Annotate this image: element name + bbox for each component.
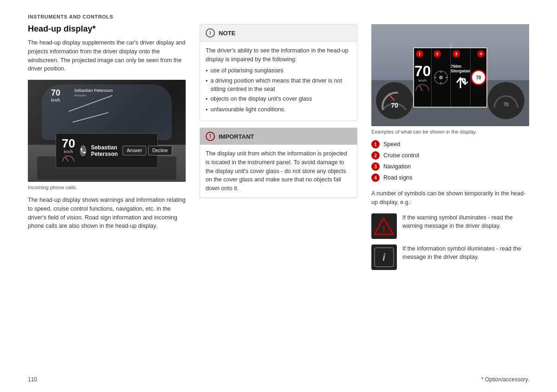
svg-line-2 [389, 94, 395, 101]
svg-text:70: 70 [503, 102, 509, 107]
hud-cruise-section: 2 [432, 48, 451, 107]
right-column: 70 70 1 70 km/h [371, 24, 529, 276]
important-icon: ! [206, 132, 215, 141]
list-item: unfavourable light conditions. [206, 106, 351, 115]
important-title: IMPORTANT [219, 133, 254, 140]
svg-line-0 [65, 157, 68, 161]
list-item-signs: 4 Road signs [371, 174, 529, 182]
list-item: a driving position which means that the … [206, 77, 351, 93]
middle-column: i NOTE The driver's ability to see the i… [200, 24, 357, 276]
list-item: use of polarising sunglasses [206, 67, 351, 76]
note-body: The driver's ability to see the informat… [200, 42, 357, 121]
list-item-cruise: 2 Cruise control [371, 151, 529, 160]
badge-3: 3 [453, 50, 460, 58]
numbered-list: 1 Speed 2 Cruise control 3 Navigation 4 … [371, 140, 529, 182]
main-content: Head-up display* The head-up display sup… [0, 24, 557, 276]
nav-label: Navigation [383, 163, 411, 170]
note-icon: i [206, 28, 215, 38]
speed-sign: 70 [471, 70, 486, 85]
speed-display: 70 [415, 64, 431, 78]
speed-unit: km/h [419, 78, 427, 83]
answer-button[interactable]: Answer [123, 146, 146, 155]
section-title: Head-up display* [28, 24, 186, 34]
footnote: * Option/accessory. [481, 376, 529, 383]
badge-cruise: 2 [371, 151, 380, 160]
badge-4: 4 [477, 50, 485, 58]
hud-speed-section: 1 70 km/h [414, 48, 432, 107]
svg-text:i: i [382, 251, 386, 263]
hud-buttons: Answer Decline [123, 146, 172, 155]
important-box: ! IMPORTANT The display unit from which … [200, 128, 357, 198]
info-text: If the information symbol illuminates - … [402, 244, 529, 262]
left-gauge: 70 [376, 82, 413, 119]
hud-display-image: 70 70 1 70 km/h [371, 24, 529, 126]
cruise-label: Cruise control [383, 152, 419, 159]
svg-line-4 [420, 86, 422, 91]
list-item-speed: 1 Speed [371, 140, 529, 148]
note-header: i NOTE [200, 25, 357, 42]
phone-hud: 70 km/h [56, 133, 158, 168]
display-caption: Examples of what can be shown in the dis… [371, 129, 529, 135]
badge-nav: 3 [371, 162, 380, 171]
decline-button[interactable]: Decline [148, 146, 172, 155]
note-list: use of polarising sunglasses a driving p… [206, 67, 351, 115]
signs-label: Road signs [383, 174, 413, 181]
left-column: Head-up display* The head-up display sup… [28, 24, 186, 276]
hud-sign-section: 4 70 [471, 48, 486, 107]
svg-text:70: 70 [391, 102, 398, 109]
caller-name: Sebastian Petersson [91, 144, 118, 157]
note-intro: The driver's ability to see the informat… [206, 46, 351, 64]
warning-symbol: ! [371, 213, 397, 239]
info-symbol: i [371, 244, 397, 270]
speedometer-icon [62, 155, 75, 164]
car-interior: 70 km/h Sebastian Petersson Answer 70 [28, 80, 186, 182]
badge-1: 1 [416, 50, 423, 58]
body-2: The head-up display shows warnings and i… [28, 196, 186, 231]
symbols-intro: A number of symbols can be shown tempora… [371, 189, 529, 207]
hud-caller-top: Sebastian Petersson Answer [74, 88, 113, 97]
badge-signs: 4 [371, 174, 380, 182]
important-header: ! IMPORTANT [200, 128, 357, 145]
svg-text:!: ! [382, 224, 386, 234]
important-text: The display unit from which the informat… [206, 149, 351, 193]
note-title: NOTE [219, 30, 235, 37]
hud-top-speed: 70 km/h [51, 88, 60, 103]
badge-speed: 1 [371, 140, 380, 148]
car-image: 70 km/h Sebastian Petersson Answer 70 [28, 80, 186, 182]
note-box: i NOTE The driver's ability to see the i… [200, 24, 357, 121]
svg-point-6 [439, 76, 443, 79]
nav-dist: 750m Storgatan [451, 64, 470, 73]
page-number: 110 [28, 376, 37, 383]
page-header: INSTRUMENTS AND CONTROLS [0, 0, 557, 24]
car-image-caption: Incoming phone calls. [28, 185, 186, 190]
warning-icon-box: ! [371, 213, 397, 239]
intro-body: The head-up display supplements the car'… [28, 39, 186, 73]
hud-nav-section: 3 750m Storgatan [451, 48, 471, 107]
warning-row: ! If the warning symbol illuminates - re… [371, 213, 529, 239]
warning-text: If the warning symbol illuminates - read… [402, 213, 529, 231]
page-footer: 110 * Option/accessory. [28, 376, 529, 383]
list-item-nav: 3 Navigation [371, 162, 529, 171]
hud-transparent-panel: 1 70 km/h 2 [413, 47, 487, 108]
right-gauge: 70 [487, 82, 525, 119]
hud-display-scene: 70 70 1 70 km/h [371, 24, 529, 126]
phone-icon [80, 145, 86, 156]
info-icon-box: i [371, 244, 397, 270]
badge-2: 2 [434, 50, 441, 58]
speed-label: Speed [383, 141, 400, 148]
info-row: i If the information symbol illuminates … [371, 244, 529, 270]
hud-left: 70 km/h [62, 137, 75, 164]
list-item: objects on the display unit's cover glas… [206, 95, 351, 104]
important-body: The display unit from which the informat… [200, 145, 357, 198]
